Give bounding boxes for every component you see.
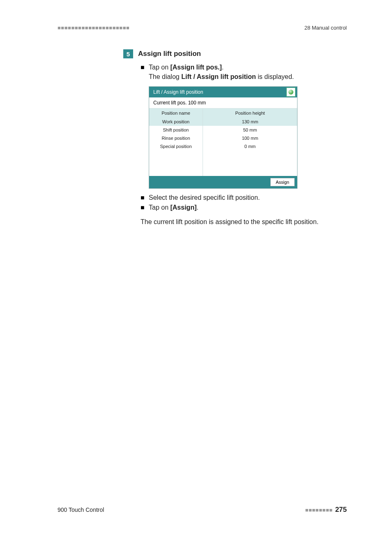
page-footer: 900 Touch Control ■■■■■■■■ 275 [58, 506, 347, 514]
cell-name: Work position [149, 118, 203, 126]
col-header-name: Position name [149, 109, 203, 118]
cell-height: 100 mm [203, 134, 297, 142]
table-blank-area [149, 150, 297, 176]
text: is displayed. [256, 73, 294, 80]
page-header: ■■■■■■■■■■■■■■■■■■■■■ 28 Manual control [58, 25, 347, 31]
table-row[interactable]: Rinse position 100 mm [149, 134, 297, 142]
footer-left: 900 Touch Control [58, 506, 104, 513]
dialog-title-text: Lift / Assign lift position [153, 89, 203, 95]
text: Tap on [149, 204, 170, 211]
content-area: 5 Assign lift position ■ Tap on [Assign … [123, 49, 347, 227]
bullet-text: Select the desired specific lift positio… [149, 193, 260, 202]
cell-height: 130 mm [203, 118, 297, 126]
bullet-text: Tap on [Assign]. [149, 203, 198, 212]
dialog-name: Lift / Assign lift position [181, 73, 256, 80]
dialog-footer: Assign [149, 176, 297, 188]
button-reference: [Assign lift pos.] [170, 64, 221, 71]
table-row[interactable]: Shift position 50 mm [149, 126, 297, 134]
button-reference: [Assign] [170, 204, 196, 211]
follow-up-text: The dialog Lift / Assign lift position i… [149, 72, 347, 81]
text: . [222, 64, 224, 71]
text: Tap on [149, 64, 170, 71]
status-orb-icon [286, 88, 295, 97]
page-number: 275 [335, 506, 347, 514]
cell-name: Rinse position [149, 134, 203, 142]
step-title: Assign lift position [138, 50, 201, 58]
bullet-list-2: ■ Select the desired specific lift posit… [141, 193, 347, 212]
dialog-screenshot: Lift / Assign lift position Current lift… [149, 86, 297, 189]
dialog-subtitle: Current lift pos. 100 mm [149, 97, 297, 109]
step-heading: 5 Assign lift position [123, 49, 347, 58]
dialog-table: Position name Position height Work posit… [149, 109, 297, 176]
bullet-text: Tap on [Assign lift pos.]. [149, 62, 224, 72]
cell-name: Shift position [149, 126, 203, 134]
closing-paragraph: The current lift position is assigned to… [141, 217, 347, 227]
table-row[interactable]: Special position 0 mm [149, 142, 297, 150]
bullet-icon: ■ [141, 203, 144, 212]
bullet-item: ■ Tap on [Assign]. [141, 203, 347, 212]
bullet-icon: ■ [141, 62, 144, 72]
text: . [196, 204, 198, 211]
step-number-badge: 5 [123, 49, 133, 58]
header-section: 28 Manual control [304, 25, 347, 31]
assign-button[interactable]: Assign [270, 178, 295, 186]
table-header: Position name Position height [149, 109, 297, 118]
bullet-item: ■ Select the desired specific lift posit… [141, 193, 347, 202]
header-dashes: ■■■■■■■■■■■■■■■■■■■■■ [58, 25, 129, 31]
cell-height: 0 mm [203, 142, 297, 150]
bullet-item: ■ Tap on [Assign lift pos.]. [141, 62, 347, 72]
cell-height: 50 mm [203, 126, 297, 134]
cell-name: Special position [149, 142, 203, 150]
col-header-height: Position height [203, 109, 297, 118]
table-row[interactable]: Work position 130 mm [149, 118, 297, 126]
bullet-icon: ■ [141, 193, 144, 202]
dialog-titlebar: Lift / Assign lift position [149, 87, 297, 97]
footer-dashes: ■■■■■■■■ [305, 507, 333, 513]
footer-right: ■■■■■■■■ 275 [305, 506, 347, 514]
bullet-list-1: ■ Tap on [Assign lift pos.]. [141, 62, 347, 72]
text: The dialog [149, 73, 181, 80]
